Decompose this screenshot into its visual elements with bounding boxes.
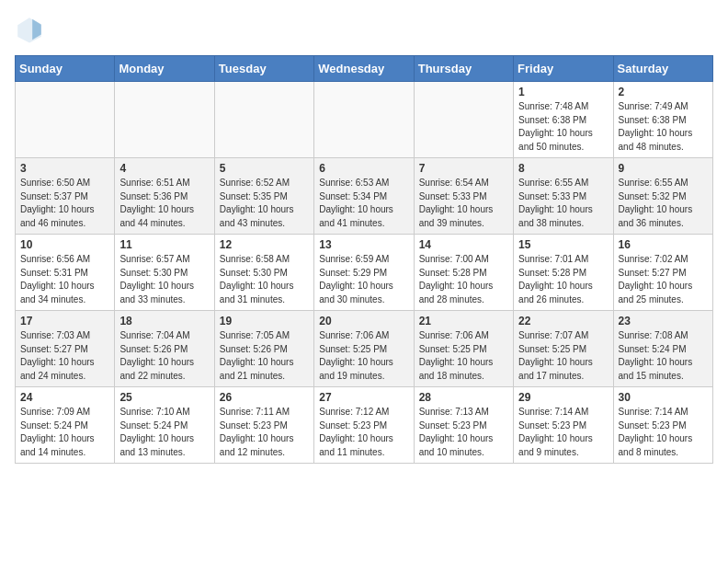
calendar-cell: 27Sunrise: 7:12 AM Sunset: 5:23 PM Dayli… bbox=[314, 387, 414, 464]
calendar-cell: 21Sunrise: 7:06 AM Sunset: 5:25 PM Dayli… bbox=[414, 311, 513, 387]
calendar-cell: 9Sunrise: 6:55 AM Sunset: 5:32 PM Daylig… bbox=[613, 158, 712, 235]
day-number: 22 bbox=[518, 315, 608, 327]
calendar-cell: 28Sunrise: 7:13 AM Sunset: 5:23 PM Dayli… bbox=[414, 387, 513, 464]
day-number: 1 bbox=[518, 86, 608, 98]
calendar-cell: 25Sunrise: 7:10 AM Sunset: 5:24 PM Dayli… bbox=[115, 387, 214, 464]
day-number: 28 bbox=[419, 391, 508, 404]
calendar-week-row: 10Sunrise: 6:56 AM Sunset: 5:31 PM Dayli… bbox=[16, 235, 713, 311]
day-info: Sunrise: 7:13 AM Sunset: 5:23 PM Dayligh… bbox=[419, 406, 508, 459]
calendar-cell: 23Sunrise: 7:08 AM Sunset: 5:24 PM Dayli… bbox=[613, 311, 712, 387]
day-number: 15 bbox=[518, 238, 608, 251]
day-info: Sunrise: 7:10 AM Sunset: 5:24 PM Dayligh… bbox=[119, 406, 209, 459]
day-number: 26 bbox=[220, 391, 309, 404]
logo-icon bbox=[15, 15, 44, 44]
day-number: 8 bbox=[518, 162, 608, 175]
day-number: 5 bbox=[220, 162, 309, 175]
day-info: Sunrise: 7:48 AM Sunset: 6:38 PM Dayligh… bbox=[518, 100, 608, 154]
calendar-cell: 5Sunrise: 6:52 AM Sunset: 5:35 PM Daylig… bbox=[214, 158, 313, 235]
calendar-cell: 1Sunrise: 7:48 AM Sunset: 6:38 PM Daylig… bbox=[514, 82, 613, 158]
day-info: Sunrise: 6:50 AM Sunset: 5:37 PM Dayligh… bbox=[20, 177, 109, 230]
weekday-header: Tuesday bbox=[214, 56, 313, 82]
day-number: 7 bbox=[419, 162, 508, 175]
day-info: Sunrise: 7:07 AM Sunset: 5:25 PM Dayligh… bbox=[518, 329, 608, 383]
calendar-cell: 14Sunrise: 7:00 AM Sunset: 5:28 PM Dayli… bbox=[414, 235, 513, 311]
day-info: Sunrise: 7:14 AM Sunset: 5:23 PM Dayligh… bbox=[518, 406, 608, 459]
day-info: Sunrise: 6:53 AM Sunset: 5:34 PM Dayligh… bbox=[319, 177, 408, 230]
calendar-cell: 8Sunrise: 6:55 AM Sunset: 5:33 PM Daylig… bbox=[514, 158, 613, 235]
weekday-header: Wednesday bbox=[314, 56, 414, 82]
calendar-cell: 2Sunrise: 7:49 AM Sunset: 6:38 PM Daylig… bbox=[613, 82, 712, 158]
day-number: 21 bbox=[419, 315, 508, 327]
weekday-header: Monday bbox=[115, 56, 214, 82]
calendar-cell bbox=[16, 82, 115, 158]
day-info: Sunrise: 7:06 AM Sunset: 5:25 PM Dayligh… bbox=[419, 329, 508, 383]
day-info: Sunrise: 6:51 AM Sunset: 5:36 PM Dayligh… bbox=[119, 177, 209, 230]
day-info: Sunrise: 7:49 AM Sunset: 6:38 PM Dayligh… bbox=[619, 100, 708, 154]
day-info: Sunrise: 7:00 AM Sunset: 5:28 PM Dayligh… bbox=[419, 253, 508, 306]
day-number: 24 bbox=[20, 391, 109, 404]
calendar-cell: 6Sunrise: 6:53 AM Sunset: 5:34 PM Daylig… bbox=[314, 158, 414, 235]
day-number: 11 bbox=[119, 238, 209, 251]
day-info: Sunrise: 6:58 AM Sunset: 5:30 PM Dayligh… bbox=[220, 253, 309, 306]
calendar-header-row: SundayMondayTuesdayWednesdayThursdayFrid… bbox=[16, 56, 713, 82]
day-info: Sunrise: 7:02 AM Sunset: 5:27 PM Dayligh… bbox=[619, 253, 708, 306]
calendar-cell: 16Sunrise: 7:02 AM Sunset: 5:27 PM Dayli… bbox=[613, 235, 712, 311]
day-number: 2 bbox=[619, 86, 708, 98]
calendar-cell: 19Sunrise: 7:05 AM Sunset: 5:26 PM Dayli… bbox=[214, 311, 313, 387]
day-info: Sunrise: 6:56 AM Sunset: 5:31 PM Dayligh… bbox=[20, 253, 109, 306]
day-number: 30 bbox=[619, 391, 708, 404]
page-header bbox=[15, 15, 713, 44]
day-number: 14 bbox=[419, 238, 508, 251]
calendar-cell: 30Sunrise: 7:14 AM Sunset: 5:23 PM Dayli… bbox=[613, 387, 712, 464]
calendar-week-row: 17Sunrise: 7:03 AM Sunset: 5:27 PM Dayli… bbox=[16, 311, 713, 387]
calendar-cell: 22Sunrise: 7:07 AM Sunset: 5:25 PM Dayli… bbox=[514, 311, 613, 387]
day-number: 20 bbox=[319, 315, 408, 327]
calendar-week-row: 3Sunrise: 6:50 AM Sunset: 5:37 PM Daylig… bbox=[16, 158, 713, 235]
calendar-week-row: 24Sunrise: 7:09 AM Sunset: 5:24 PM Dayli… bbox=[16, 387, 713, 464]
calendar-cell: 29Sunrise: 7:14 AM Sunset: 5:23 PM Dayli… bbox=[514, 387, 613, 464]
day-number: 29 bbox=[518, 391, 608, 404]
calendar-cell: 11Sunrise: 6:57 AM Sunset: 5:30 PM Dayli… bbox=[115, 235, 214, 311]
calendar-cell bbox=[414, 82, 513, 158]
calendar-cell: 3Sunrise: 6:50 AM Sunset: 5:37 PM Daylig… bbox=[16, 158, 115, 235]
weekday-header: Friday bbox=[514, 56, 613, 82]
day-number: 25 bbox=[119, 391, 209, 404]
day-info: Sunrise: 6:59 AM Sunset: 5:29 PM Dayligh… bbox=[319, 253, 408, 306]
calendar-cell: 18Sunrise: 7:04 AM Sunset: 5:26 PM Dayli… bbox=[115, 311, 214, 387]
day-info: Sunrise: 7:06 AM Sunset: 5:25 PM Dayligh… bbox=[319, 329, 408, 383]
day-info: Sunrise: 6:52 AM Sunset: 5:35 PM Dayligh… bbox=[220, 177, 309, 230]
day-number: 4 bbox=[119, 162, 209, 175]
calendar-cell: 13Sunrise: 6:59 AM Sunset: 5:29 PM Dayli… bbox=[314, 235, 414, 311]
calendar-cell: 15Sunrise: 7:01 AM Sunset: 5:28 PM Dayli… bbox=[514, 235, 613, 311]
calendar-cell: 7Sunrise: 6:54 AM Sunset: 5:33 PM Daylig… bbox=[414, 158, 513, 235]
day-info: Sunrise: 6:57 AM Sunset: 5:30 PM Dayligh… bbox=[119, 253, 209, 306]
day-info: Sunrise: 7:04 AM Sunset: 5:26 PM Dayligh… bbox=[119, 329, 209, 383]
calendar-week-row: 1Sunrise: 7:48 AM Sunset: 6:38 PM Daylig… bbox=[16, 82, 713, 158]
calendar-cell bbox=[214, 82, 313, 158]
day-info: Sunrise: 6:55 AM Sunset: 5:33 PM Dayligh… bbox=[518, 177, 608, 230]
day-info: Sunrise: 6:54 AM Sunset: 5:33 PM Dayligh… bbox=[419, 177, 508, 230]
calendar-cell: 20Sunrise: 7:06 AM Sunset: 5:25 PM Dayli… bbox=[314, 311, 414, 387]
day-info: Sunrise: 7:11 AM Sunset: 5:23 PM Dayligh… bbox=[220, 406, 309, 459]
day-number: 13 bbox=[319, 238, 408, 251]
day-info: Sunrise: 6:55 AM Sunset: 5:32 PM Dayligh… bbox=[619, 177, 708, 230]
day-number: 10 bbox=[20, 238, 109, 251]
day-info: Sunrise: 7:01 AM Sunset: 5:28 PM Dayligh… bbox=[518, 253, 608, 306]
calendar-cell: 24Sunrise: 7:09 AM Sunset: 5:24 PM Dayli… bbox=[16, 387, 115, 464]
calendar-cell: 26Sunrise: 7:11 AM Sunset: 5:23 PM Dayli… bbox=[214, 387, 313, 464]
calendar-cell bbox=[115, 82, 214, 158]
calendar-cell: 12Sunrise: 6:58 AM Sunset: 5:30 PM Dayli… bbox=[214, 235, 313, 311]
day-info: Sunrise: 7:08 AM Sunset: 5:24 PM Dayligh… bbox=[619, 329, 708, 383]
calendar-cell bbox=[314, 82, 414, 158]
day-number: 9 bbox=[619, 162, 708, 175]
day-info: Sunrise: 7:09 AM Sunset: 5:24 PM Dayligh… bbox=[20, 406, 109, 459]
weekday-header: Sunday bbox=[16, 56, 115, 82]
calendar-cell: 4Sunrise: 6:51 AM Sunset: 5:36 PM Daylig… bbox=[115, 158, 214, 235]
weekday-header: Thursday bbox=[414, 56, 513, 82]
day-info: Sunrise: 7:12 AM Sunset: 5:23 PM Dayligh… bbox=[319, 406, 408, 459]
weekday-header: Saturday bbox=[613, 56, 712, 82]
logo bbox=[15, 15, 48, 44]
day-number: 19 bbox=[220, 315, 309, 327]
day-number: 6 bbox=[319, 162, 408, 175]
day-info: Sunrise: 7:05 AM Sunset: 5:26 PM Dayligh… bbox=[220, 329, 309, 383]
